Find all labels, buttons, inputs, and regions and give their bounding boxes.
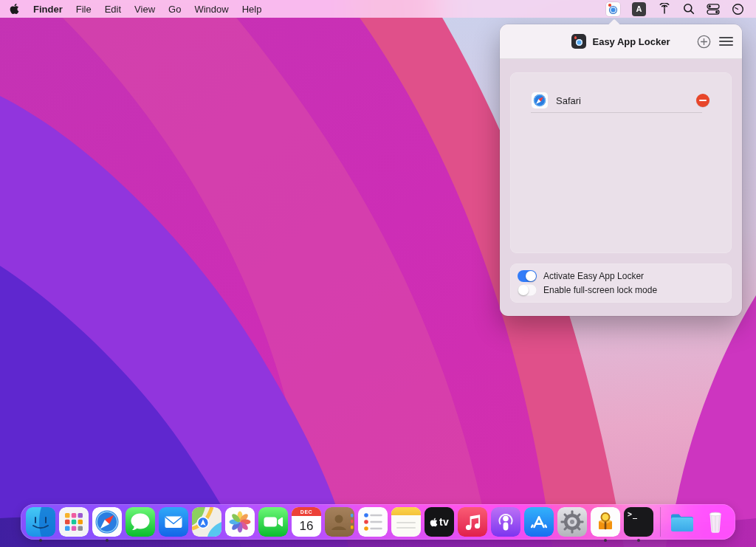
dock-item-trash[interactable] — [701, 507, 730, 537]
menu-button[interactable] — [719, 37, 733, 47]
locked-app-name: Safari — [556, 95, 581, 106]
tv-label: tv — [439, 516, 449, 528]
easy-app-locker-app-icon — [571, 34, 586, 49]
finder-icon — [26, 507, 55, 537]
popover-body: Safari Activate Easy App Locker Enable f… — [500, 59, 742, 317]
dock-item-safari[interactable] — [92, 507, 122, 537]
running-indicator — [604, 539, 607, 542]
search-icon — [683, 3, 695, 15]
notes-icon — [391, 507, 421, 537]
dock-item-podcasts[interactable] — [491, 507, 520, 537]
app-store-icon — [524, 507, 554, 537]
apple-logo-icon — [10, 3, 19, 15]
control-center-icon — [707, 4, 720, 15]
podcasts-icon — [491, 507, 520, 537]
status-easy-app-locker[interactable] — [600, 0, 626, 18]
maps-icon — [192, 507, 221, 537]
running-indicator — [637, 539, 640, 542]
dock-item-search-utility[interactable] — [591, 507, 620, 537]
contacts-icon — [325, 507, 354, 537]
activate-toggle-row: Activate Easy App Locker — [518, 269, 724, 283]
search-utility-icon — [591, 507, 620, 537]
calendar-day: 16 — [300, 516, 314, 537]
menu-view[interactable]: View — [128, 0, 162, 18]
popover-title: Easy App Locker — [592, 36, 670, 47]
input-source-icon: A — [632, 2, 646, 16]
dock-item-maps[interactable] — [192, 507, 221, 537]
launchpad-icon — [59, 507, 89, 537]
facetime-icon — [258, 507, 288, 537]
calendar-month: DEC — [292, 507, 321, 516]
dock-item-contacts[interactable] — [325, 507, 354, 537]
terminal-prompt: >_ — [628, 510, 638, 518]
running-indicator — [39, 539, 42, 542]
menu-bar-left: Finder File Edit View Go Window Help — [0, 0, 268, 18]
photos-icon — [225, 507, 255, 537]
dock-item-launchpad[interactable] — [59, 507, 89, 537]
safari-icon — [532, 92, 548, 109]
menu-window[interactable]: Window — [188, 0, 235, 18]
status-wifi[interactable] — [652, 0, 677, 18]
hamburger-icon — [719, 37, 733, 47]
dock-item-appletv[interactable]: tv — [425, 507, 454, 537]
dock-item-terminal[interactable]: >_ — [624, 507, 653, 537]
menu-bar-status-area: A — [600, 0, 756, 18]
apple-logo-icon — [430, 517, 438, 527]
status-input-source[interactable]: A — [626, 0, 652, 18]
dock-item-facetime[interactable] — [258, 507, 288, 537]
desktop: Finder File Edit View Go Window Help A — [0, 0, 756, 547]
menu-bar: Finder File Edit View Go Window Help A — [0, 0, 756, 18]
menu-go[interactable]: Go — [162, 0, 188, 18]
toggle-knob — [526, 271, 536, 281]
apple-menu[interactable] — [0, 0, 27, 18]
fullscreen-toggle-label: Enable full-screen lock mode — [543, 285, 657, 295]
menu-app-name[interactable]: Finder — [27, 0, 69, 18]
dock-item-system-preferences[interactable] — [557, 507, 587, 537]
dock-item-messages[interactable] — [126, 507, 155, 537]
easy-app-locker-popover: Easy App Locker — [500, 24, 742, 316]
settings-panel: Activate Easy App Locker Enable full-scr… — [510, 264, 732, 303]
remove-app-button[interactable] — [696, 94, 709, 107]
add-app-button[interactable] — [697, 35, 711, 49]
safari-icon — [92, 507, 122, 537]
activate-toggle-label: Activate Easy App Locker — [543, 271, 644, 281]
dock: DEC 16 — [21, 504, 735, 540]
status-control-center[interactable] — [701, 0, 726, 18]
dock-item-reminders[interactable] — [358, 507, 388, 537]
dock-item-calendar[interactable]: DEC 16 — [292, 507, 321, 537]
easy-app-locker-menu-icon — [606, 2, 620, 16]
row-separator — [531, 112, 702, 113]
menu-help[interactable]: Help — [236, 0, 269, 18]
reminders-icon — [358, 507, 388, 537]
terminal-icon: >_ — [624, 507, 653, 537]
dock-item-mail[interactable] — [159, 507, 188, 537]
dock-item-appstore[interactable] — [524, 507, 554, 537]
popover-header-controls — [697, 24, 733, 58]
dock-item-finder[interactable] — [26, 507, 55, 537]
menu-file[interactable]: File — [69, 0, 98, 18]
clock-icon — [732, 3, 744, 16]
trash-icon — [701, 507, 730, 537]
menu-edit[interactable]: Edit — [98, 0, 128, 18]
status-spotlight[interactable] — [677, 0, 701, 18]
dock-item-notes[interactable] — [391, 507, 421, 537]
toggle-knob — [518, 285, 529, 295]
wifi-antenna-icon — [658, 3, 671, 15]
popover-header: Easy App Locker — [500, 24, 742, 59]
music-icon — [458, 507, 487, 537]
plus-circle-icon — [697, 35, 711, 49]
mail-icon — [159, 507, 188, 537]
system-preferences-icon — [557, 507, 587, 537]
fullscreen-lock-toggle[interactable] — [518, 284, 537, 296]
dock-divider — [660, 507, 661, 537]
dock-item-music[interactable] — [458, 507, 487, 537]
dock-item-downloads-folder[interactable] — [667, 507, 697, 537]
activate-toggle[interactable] — [518, 270, 537, 282]
status-clock[interactable] — [726, 0, 750, 18]
calendar-icon: DEC 16 — [292, 507, 321, 537]
folder-icon — [667, 507, 697, 537]
apple-tv-icon: tv — [425, 507, 454, 537]
fullscreen-toggle-row: Enable full-screen lock mode — [518, 283, 724, 297]
dock-item-photos[interactable] — [225, 507, 255, 537]
locked-apps-panel: Safari — [510, 72, 732, 253]
